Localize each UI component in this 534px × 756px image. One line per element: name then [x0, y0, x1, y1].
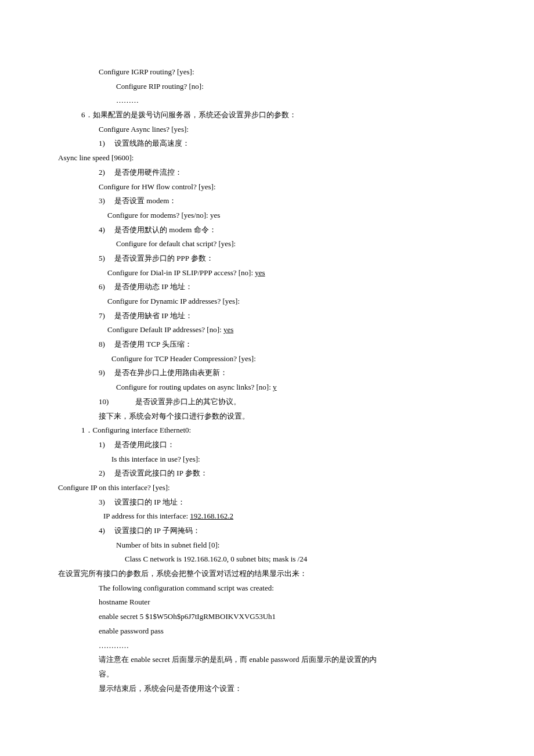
text-span: Configure Async lines? [yes]: — [99, 125, 189, 134]
text-line: Async line speed [9600]: — [58, 151, 459, 165]
text-line: 8) 是否使用 TCP 头压缩： — [58, 337, 459, 352]
text-span: Is this interface in use? [yes]: — [111, 455, 200, 463]
text-span: ………… — [99, 641, 129, 650]
text-line: hostname Router — [58, 595, 459, 610]
text-span: 容。 — [99, 669, 114, 678]
spacing — [105, 526, 114, 535]
text-span: 是否使用硬件流控： — [114, 168, 182, 177]
text-line: 3) 设置接口的 IP 地址： — [58, 495, 459, 510]
text-span: 是否使用默认的 modem 命令： — [114, 225, 217, 234]
text-span: 9) — [99, 368, 105, 377]
text-line: ……… — [58, 93, 459, 108]
text-span: 是否使用此接口： — [114, 440, 175, 449]
spacing — [105, 282, 114, 291]
text-span: 是否设置 modem： — [114, 196, 176, 205]
text-line: ………… — [58, 639, 459, 653]
text-span: Configure RIP routing? [no]: — [116, 82, 204, 91]
text-line: 在设置完所有接口的参数后，系统会把整个设置对话过程的结果显示出来： — [58, 567, 459, 581]
text-span: enable secret 5 $1$W5Oh$p6J7tIgRMBOIKVXV… — [99, 612, 276, 621]
spacing — [105, 311, 114, 320]
text-line: Configure for Dynamic IP addresses? [yes… — [58, 294, 459, 309]
text-line: 容。 — [58, 667, 459, 682]
text-span: 1) — [99, 440, 105, 449]
text-span: Configure IGRP routing? [yes]: — [99, 67, 194, 76]
text-line: Configure for modems? [yes/no]: yes — [58, 208, 459, 223]
spacing — [105, 440, 114, 449]
text-span: 3) — [99, 196, 105, 205]
text-span: 设置接口的 IP 子网掩码： — [114, 526, 200, 535]
text-line: 1) 设置线路的最高速度： — [58, 136, 459, 151]
text-line: 6．如果配置的是拨号访问服务器，系统还会设置异步口的参数： — [58, 108, 459, 123]
text-span: 显示结束后，系统会问是否使用这个设置： — [99, 684, 242, 693]
text-line: Configure Async lines? [yes]: — [58, 123, 459, 137]
text-span: Configure for Dynamic IP addresses? [yes… — [107, 297, 240, 305]
text-span: 是否设置异步口上的其它协议。 — [135, 397, 241, 406]
text-line: enable secret 5 $1$W5Oh$p6J7tIgRMBOIKVXV… — [58, 610, 459, 624]
spacing — [105, 168, 114, 177]
text-line: 显示结束后，系统会问是否使用这个设置： — [58, 682, 459, 696]
text-line: Configure for routing updates on async l… — [58, 380, 459, 395]
spacing — [109, 397, 135, 406]
text-line: 6) 是否使用动态 IP 地址： — [58, 280, 459, 294]
text-line: enable password pass — [58, 624, 459, 639]
text-line: 5) 是否设置异步口的 PPP 参数： — [58, 251, 459, 266]
text-span: hostname Router — [99, 597, 150, 606]
text-span: 2) — [99, 469, 105, 477]
text-span: 接下来，系统会对每个接口进行参数的设置。 — [99, 412, 250, 420]
text-span: 是否使用缺省 IP 地址： — [114, 311, 193, 320]
text-line: 7) 是否使用缺省 IP 地址： — [58, 309, 459, 323]
text-line: 3) 是否设置 modem： — [58, 194, 459, 208]
text-span: 2) — [99, 168, 105, 177]
text-line: 1．Configuring interface Ethernet0: — [58, 423, 459, 438]
text-line: Class C network is 192.168.162.0, 0 subn… — [58, 552, 459, 567]
text-span: IP address for this interface: — [103, 512, 190, 520]
spacing — [105, 254, 114, 262]
text-span: Configure Default IP addresses? [no]: — [107, 325, 223, 334]
text-line: Is this interface in use? [yes]: — [58, 452, 459, 467]
text-line: 接下来，系统会对每个接口进行参数的设置。 — [58, 409, 459, 424]
text-span: Configure for routing updates on async l… — [116, 383, 273, 391]
text-span: Configure for HW flow control? [yes]: — [99, 182, 216, 191]
text-span: enable password pass — [99, 627, 164, 635]
text-span: Configure for default chat script? [yes]… — [116, 239, 236, 248]
spacing — [105, 368, 114, 377]
text-span: 1) — [99, 139, 105, 147]
text-span: 10) — [99, 397, 109, 406]
text-line: The following configuration command scri… — [58, 581, 459, 596]
text-span: Configure for Dial-in IP SLIP/PPP access… — [107, 268, 255, 277]
text-line: 4) 设置接口的 IP 子网掩码： — [58, 524, 459, 538]
text-span: 在设置完所有接口的参数后，系统会把整个设置对话过程的结果显示出来： — [58, 569, 307, 578]
spacing — [105, 196, 114, 205]
text-span: Configure for modems? [yes/no]: yes — [107, 211, 220, 219]
text-span: 3) — [99, 498, 105, 506]
text-span: 192.168.162.2 — [190, 512, 233, 520]
text-line: 9) 是否在异步口上使用路由表更新： — [58, 366, 459, 380]
text-span: 设置接口的 IP 地址： — [114, 498, 185, 506]
text-line: Configure IP on this interface? [yes]: — [58, 481, 459, 495]
text-span: ……… — [116, 96, 139, 105]
text-span: 是否设置此接口的 IP 参数： — [114, 469, 208, 477]
text-span: 是否使用动态 IP 地址： — [114, 282, 193, 291]
spacing — [105, 340, 114, 348]
text-line: Configure for default chat script? [yes]… — [58, 237, 459, 251]
text-span: 7) — [99, 311, 105, 320]
spacing — [105, 225, 114, 234]
text-span: 是否在异步口上使用路由表更新： — [114, 368, 228, 377]
text-line: 请注意在 enable secret 后面显示的是乱码，而 enable pas… — [58, 653, 459, 667]
text-line: Configure for HW flow control? [yes]: — [58, 180, 459, 195]
text-line: Configure IGRP routing? [yes]: — [58, 65, 459, 80]
text-line: IP address for this interface: 192.168.1… — [58, 509, 459, 524]
text-span: Configure IP on this interface? [yes]: — [58, 483, 170, 492]
text-span: 请注意在 enable secret 后面显示的是乱码，而 enable pas… — [99, 655, 377, 664]
text-line: Configure RIP routing? [no]: — [58, 80, 459, 94]
text-line: 2) 是否使用硬件流控： — [58, 165, 459, 180]
text-span: 8) — [99, 340, 105, 348]
text-span: Async line speed [9600]: — [58, 153, 134, 162]
document-body: Configure IGRP routing? [yes]:Configure … — [58, 65, 459, 696]
text-line: 2) 是否设置此接口的 IP 参数： — [58, 466, 459, 481]
spacing — [105, 498, 114, 506]
text-line: Configure Default IP addresses? [no]: ye… — [58, 323, 459, 337]
text-span: Number of bits in subnet field [0]: — [116, 541, 219, 549]
text-span: 5) — [99, 254, 105, 262]
text-line: 4) 是否使用默认的 modem 命令： — [58, 223, 459, 237]
